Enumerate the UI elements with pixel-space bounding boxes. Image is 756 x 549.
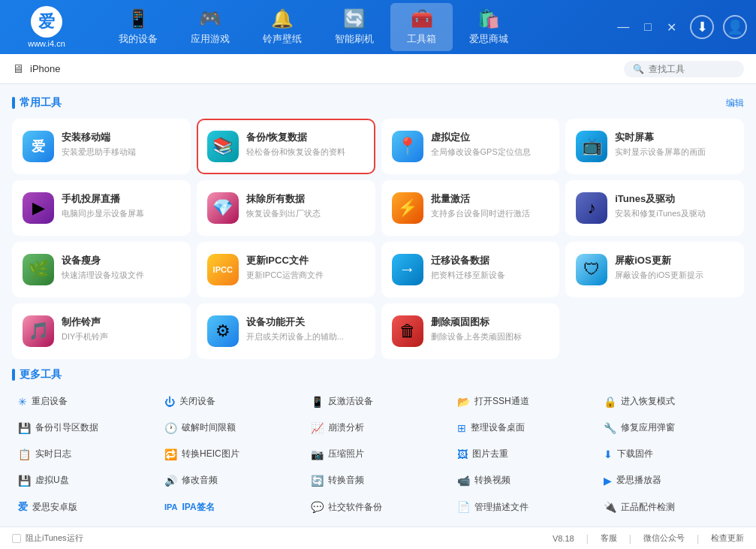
more-tool-label-organize-desktop: 整理设备桌面 [471,421,525,434]
tool-icon-device-slim: 🌿 [23,254,54,285]
check-update-link[interactable]: 检查更新 [711,532,744,544]
more-tool-manage-profiles[interactable]: 📄 管理描述文件 [451,496,598,518]
more-tool-label-download-firmware: 下载固件 [617,448,653,460]
tool-icon-install-mobile: 爱 [23,131,54,162]
tool-icon-erase-data: 💎 [207,192,239,224]
tool-icon-itunes-driver: ♪ [576,192,607,224]
tool-icon-batch-activate: ⚡ [392,192,423,224]
more-tool-download-firmware[interactable]: ⬇ 下载固件 [598,443,744,465]
tool-name-backup-restore: 备份/恢复数据 [246,131,365,144]
tool-card-virtual-location[interactable]: 📍 虚拟定位 全局修改设备GPS定位信息 [381,119,560,174]
tool-icon-delete-stubborn-icon: 🗑 [392,315,423,347]
more-tool-label-convert-video: 转换视频 [474,474,511,487]
wechat-link[interactable]: 微信公众号 [643,532,685,544]
common-tools-grid: 爱 安装移动端 安装爱思助手移动端 📚 备份/恢复数据 轻松备份和恢复设备的资料… [12,119,744,359]
more-tool-label-aisi-android: 爱思安卓版 [32,501,77,514]
tool-name-block-ios-update: 屏蔽iOS更新 [615,254,733,267]
nav-item-ringtones[interactable]: 🔔铃声壁纸 [246,3,318,51]
customer-service-link[interactable]: 客服 [601,532,617,544]
more-tool-label-social-backup: 社交软件备份 [328,501,382,514]
more-tool-label-convert-audio: 转换音频 [328,474,364,487]
tool-desc-erase-data: 恢复设备到出厂状态 [246,208,365,219]
nav-item-my-device[interactable]: 📱我的设备 [102,3,174,51]
close-icon[interactable]: ✕ [662,19,681,36]
tool-icon-make-ringtone: 🎵 [23,315,54,347]
nav-item-smart-flash[interactable]: 🔄智能刷机 [318,3,390,51]
more-tool-label-modify-audio: 修改音频 [182,474,218,487]
more-tool-shutdown-device[interactable]: ⏻ 关闭设备 [158,391,305,412]
tool-card-itunes-driver[interactable]: ♪ iTunes及驱动 安装和修复iTunes及驱动 [565,180,744,236]
more-tool-repair-app-popup[interactable]: 🔧 修复应用弹窗 [598,417,744,439]
nav-icon-my-device: 📱 [127,8,149,29]
tool-icon-screen-mirror: ▶ [23,192,54,224]
tool-card-install-mobile[interactable]: 爱 安装移动端 安装爱思助手移动端 [12,119,191,174]
tool-card-device-functions[interactable]: ⚙ 设备功能开关 开启或关闭设备上的辅助... [197,303,375,359]
more-tools-header: 更多工具 [12,368,744,382]
logo-icon: 爱 [31,6,62,38]
more-tool-deactivate-device[interactable]: 📱 反激活设备 [305,391,451,412]
itunes-checkbox[interactable] [12,534,21,543]
more-tool-label-open-ssh: 打开SSH通道 [474,395,529,408]
user-button[interactable]: 👤 [723,15,747,39]
more-tool-label-reboot-device: 重启设备 [32,395,68,408]
more-tool-deduplicate-photo[interactable]: 🖼 图片去重 [451,443,598,465]
more-tool-social-backup[interactable]: 💬 社交软件备份 [305,496,451,518]
more-tool-reboot-device[interactable]: ✳ 重启设备 [12,391,158,412]
more-tool-label-shutdown-device: 关闭设备 [179,395,215,408]
nav-icon-app-games: 🎮 [199,8,221,29]
search-icon: 🔍 [633,64,644,74]
tool-card-screen-mirror[interactable]: ▶ 手机投屏直播 电脑同步显示设备屏幕 [12,180,191,236]
header-right: — □ ✕ ⬇ 👤 [607,15,747,39]
more-tool-organize-desktop[interactable]: ⊞ 整理设备桌面 [451,417,598,439]
more-tool-crash-analysis[interactable]: 📈 崩溃分析 [305,417,451,439]
more-tool-enter-recovery[interactable]: 🔒 进入恢复模式 [598,391,744,412]
more-tool-convert-heic[interactable]: 🔁 转换HEIC图片 [158,443,305,465]
tool-card-block-ios-update[interactable]: 🛡 屏蔽iOS更新 屏蔽设备的iOS更新提示 [565,242,744,297]
tool-desc-batch-activate: 支持多台设备同时进行激活 [431,208,550,219]
tool-card-erase-data[interactable]: 💎 抹除所有数据 恢复设备到出厂状态 [197,180,375,236]
app-header: 爱 www.i4.cn 📱我的设备🎮应用游戏🔔铃声壁纸🔄智能刷机🧰工具箱🛍️爱思… [0,0,756,54]
more-tool-realtime-log[interactable]: 📋 实时日志 [12,443,158,465]
app-footer: 阻止iTunes运行 V8.18 | 客服 | 微信公众号 | 检查更新 [0,526,756,549]
minimize-icon[interactable]: — [613,19,634,35]
tool-card-delete-stubborn-icon[interactable]: 🗑 删除顽固图标 删除设备上各类顽固图标 [381,303,560,359]
download-button[interactable]: ⬇ [690,15,714,39]
more-tool-convert-audio[interactable]: 🔄 转换音频 [305,469,451,491]
logo-area[interactable]: 爱 www.i4.cn [9,6,84,48]
more-tool-ipa-sign[interactable]: IPA IPA签名 [158,496,305,518]
tool-card-make-ringtone[interactable]: 🎵 制作铃声 DIY手机铃声 [12,303,191,359]
maximize-icon[interactable]: □ [640,19,656,35]
tool-card-migrate-data[interactable]: → 迁移设备数据 把资料迁移至新设备 [381,242,560,297]
search-input[interactable] [649,64,739,74]
device-bar: 🖥 iPhone 🔍 [0,54,756,84]
more-tool-break-time-limit[interactable]: 🕐 破解时间限额 [158,417,305,439]
sep3: | [697,533,699,544]
more-tool-open-ssh[interactable]: 📂 打开SSH通道 [451,391,598,412]
more-tool-backup-guide[interactable]: 💾 备份引导区数据 [12,417,158,439]
more-tool-virtual-udisk[interactable]: 💾 虚拟U盘 [12,469,158,491]
tool-card-backup-restore[interactable]: 📚 备份/恢复数据 轻松备份和恢复设备的资料 [197,119,375,174]
tool-card-batch-activate[interactable]: ⚡ 批量激活 支持多台设备同时进行激活 [381,180,560,236]
version-label: V8.18 [553,534,574,543]
tool-card-update-ipcc[interactable]: IPCC 更新IPCC文件 更新IPCC运营商文件 [197,242,375,297]
tool-icon-backup-restore: 📚 [207,131,239,162]
more-tool-aisi-player[interactable]: ▶ 爱思播放器 [598,469,744,491]
more-tool-compress-photo[interactable]: 📷 压缩照片 [305,443,451,465]
tool-card-device-slim[interactable]: 🌿 设备瘦身 快速清理设备垃圾文件 [12,242,191,297]
nav-icon-smart-flash: 🔄 [343,8,366,29]
nav-item-app-games[interactable]: 🎮应用游戏 [174,3,246,51]
more-tool-label-repair-app-popup: 修复应用弹窗 [621,421,675,434]
nav-item-toolbox[interactable]: 🧰工具箱 [390,3,453,51]
nav-label-app-games: 应用游戏 [191,32,230,46]
more-tool-label-manage-profiles: 管理描述文件 [474,501,529,514]
more-tool-genuine-accessories[interactable]: 🔌 正品配件检测 [598,496,744,518]
more-tool-convert-video[interactable]: 📹 转换视频 [451,469,598,491]
nav-items: 📱我的设备🎮应用游戏🔔铃声壁纸🔄智能刷机🧰工具箱🛍️爱思商城 [102,3,607,51]
nav-item-ai-store[interactable]: 🛍️爱思商城 [453,3,525,51]
tool-card-realtime-screen[interactable]: 📺 实时屏幕 实时显示设备屏幕的画面 [565,119,744,174]
tool-desc-backup-restore: 轻松备份和恢复设备的资料 [246,146,365,158]
more-tool-aisi-android[interactable]: 爱 爱思安卓版 [12,496,158,518]
more-tool-modify-audio[interactable]: 🔊 修改音频 [158,469,305,491]
edit-button[interactable]: 编辑 [726,97,744,110]
footer-left: 阻止iTunes运行 [12,532,83,544]
